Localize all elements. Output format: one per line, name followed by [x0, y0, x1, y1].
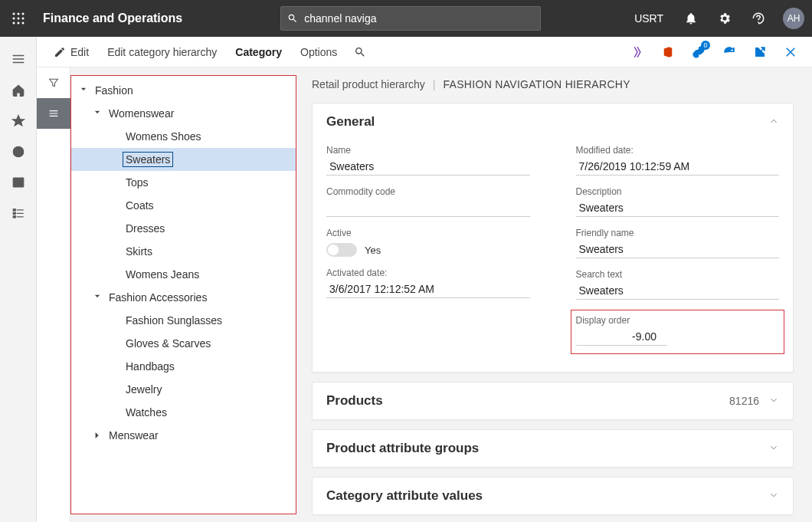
panel-general-header[interactable]: General	[313, 103, 793, 140]
attachments-button[interactable]: 0	[686, 40, 711, 64]
popout-button[interactable]	[748, 40, 772, 64]
chevron-up-icon	[768, 116, 779, 129]
panel-products-title: Products	[326, 393, 729, 409]
nav-modules[interactable]	[3, 199, 34, 227]
display-order-label: Display order	[576, 315, 780, 326]
nav-hamburger[interactable]	[3, 44, 34, 74]
tree-node-tops[interactable]: Tops	[71, 171, 296, 194]
svg-point-8	[22, 22, 25, 25]
svg-rect-10	[13, 178, 24, 187]
edit-button[interactable]: Edit	[46, 37, 97, 67]
activated-field[interactable]: 3/6/2017 12:12:52 AM	[326, 281, 530, 298]
commodity-field[interactable]	[326, 200, 530, 217]
panel-cat-attr: Category attribute values	[312, 477, 794, 515]
svg-point-6	[13, 22, 15, 25]
panel-general: General Name Sweaters Commodity code	[312, 103, 794, 373]
list-toolbar	[37, 67, 70, 522]
tree-node-jewelry[interactable]: Jewelry	[71, 378, 296, 401]
category-tree: Fashion Womenswear Womens Shoes Sweaters…	[70, 75, 296, 514]
breadcrumb-parent[interactable]: Retail product hierarchy	[312, 78, 425, 90]
activated-label: Activated date:	[326, 268, 530, 278]
attachments-badge: 0	[701, 41, 710, 50]
powerapps-button[interactable]	[625, 40, 650, 64]
svg-point-1	[18, 13, 20, 15]
edit-label: Edit	[70, 46, 89, 58]
notifications-button[interactable]	[674, 0, 708, 37]
tree-node-menswear[interactable]: Menswear	[71, 424, 296, 447]
help-button[interactable]	[742, 0, 775, 37]
nav-home[interactable]	[3, 77, 34, 104]
panel-cat-attr-header[interactable]: Category attribute values	[313, 478, 793, 514]
tree-node-womenswear[interactable]: Womenswear	[71, 102, 296, 125]
panel-attr-groups-title: Product attribute groups	[326, 441, 768, 456]
tree-node-watches[interactable]: Watches	[71, 401, 296, 424]
global-header: Finance and Operations USRT AH	[0, 0, 812, 37]
tree-node-sunglasses[interactable]: Fashion Sunglasses	[71, 309, 296, 332]
office-icon	[661, 45, 675, 59]
help-icon	[751, 11, 765, 25]
user-avatar[interactable]: AH	[775, 0, 812, 37]
list-view-button[interactable]	[37, 98, 70, 129]
chevron-down-icon	[768, 490, 779, 503]
close-button[interactable]	[778, 40, 803, 64]
tree-node-gloves-scarves[interactable]: Gloves & Scarves	[71, 332, 296, 355]
modified-label: Modified date:	[576, 145, 780, 156]
display-order-field[interactable]: -9.00	[576, 329, 667, 346]
svg-rect-12	[13, 212, 15, 214]
chevron-down-icon	[768, 442, 779, 455]
tree-node-fashion-accessories[interactable]: Fashion Accessories	[71, 286, 296, 309]
company-picker[interactable]: USRT	[624, 0, 674, 37]
svg-point-3	[13, 18, 15, 20]
settings-button[interactable]	[708, 0, 742, 37]
panel-products-header[interactable]: Products 81216	[313, 382, 793, 419]
nav-recent[interactable]	[3, 138, 34, 166]
breadcrumb: Retail product hierarchy | FASHION NAVIG…	[312, 78, 794, 90]
tree-node-handbags[interactable]: Handbags	[71, 355, 296, 378]
gear-icon	[718, 11, 732, 25]
search-field[interactable]: Sweaters	[576, 283, 780, 300]
tree-node-dresses[interactable]: Dresses	[71, 217, 296, 240]
svg-rect-11	[13, 209, 15, 211]
popout-icon	[753, 45, 767, 59]
name-label: Name	[326, 145, 530, 156]
category-tab[interactable]: Category	[228, 37, 290, 67]
friendly-field[interactable]: Sweaters	[576, 241, 780, 258]
office-button[interactable]	[656, 40, 680, 64]
panel-cat-attr-title: Category attribute values	[326, 488, 768, 504]
panel-attr-groups: Product attribute groups	[312, 429, 794, 468]
form-search-button[interactable]	[348, 37, 372, 67]
tree-node-womens-shoes[interactable]: Womens Shoes	[71, 125, 296, 148]
chevron-down-icon	[768, 395, 779, 408]
name-field[interactable]: Sweaters	[326, 159, 530, 176]
powerapps-icon	[630, 45, 644, 59]
active-text: Yes	[365, 245, 381, 256]
global-search[interactable]	[280, 6, 541, 31]
description-field[interactable]: Sweaters	[576, 200, 780, 217]
active-toggle[interactable]	[326, 243, 357, 257]
refresh-button[interactable]	[717, 40, 742, 64]
nav-workspaces[interactable]	[3, 169, 34, 196]
close-icon	[784, 45, 797, 59]
friendly-label: Friendly name	[576, 228, 780, 238]
active-label: Active	[326, 228, 530, 238]
form-area: Retail product hierarchy | FASHION NAVIG…	[296, 67, 812, 522]
tree-node-womens-jeans[interactable]: Womens Jeans	[71, 263, 296, 286]
panel-products: Products 81216	[312, 382, 794, 420]
svg-point-5	[22, 18, 25, 20]
tree-node-sweaters[interactable]: Sweaters	[71, 148, 296, 171]
edit-hierarchy-button[interactable]: Edit category hierarchy	[100, 37, 224, 67]
tree-node-coats[interactable]: Coats	[71, 194, 296, 217]
nav-favorites[interactable]	[3, 107, 34, 135]
modified-field: 7/26/2019 10:12:59 AM	[576, 159, 780, 176]
search-input[interactable]	[304, 12, 534, 25]
breadcrumb-current: FASHION NAVIGATION HIERARCHY	[444, 78, 630, 90]
nav-rail	[0, 37, 37, 522]
filter-button[interactable]	[37, 67, 70, 98]
panel-attr-groups-header[interactable]: Product attribute groups	[313, 430, 793, 467]
pencil-icon	[54, 46, 66, 58]
app-launcher-button[interactable]	[0, 0, 37, 37]
svg-point-4	[18, 18, 20, 20]
options-tab[interactable]: Options	[293, 37, 345, 67]
tree-node-fashion[interactable]: Fashion	[71, 79, 296, 102]
tree-node-skirts[interactable]: Skirts	[71, 240, 296, 263]
